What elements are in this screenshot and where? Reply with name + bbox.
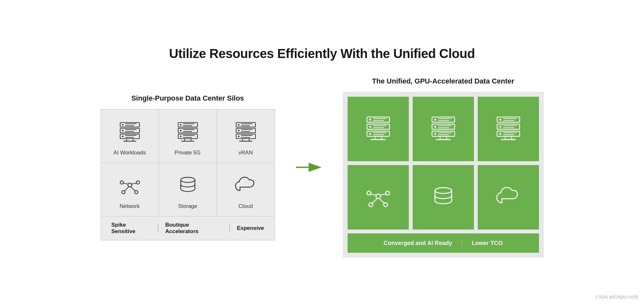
unified-cell-server-3 (478, 97, 539, 161)
silo-cell-vran: vRAN (217, 109, 275, 163)
unified-footer-tco: Lower TCO (462, 240, 512, 247)
left-title: Single-Purpose Data Center Silos (131, 94, 244, 103)
unified-cell-network (348, 165, 409, 230)
watermark: CSDN @扫地的小何尚 (596, 294, 638, 300)
right-title: The Unified, GPU-Accelerated Data Center (372, 77, 514, 85)
unified-cell-cloud (478, 165, 539, 230)
diagram-container: Single-Purpose Data Center Silos AI Work… (26, 77, 618, 258)
silo-cell-private5g: Private 5G (159, 109, 217, 163)
silo-label-cloud: Cloud (238, 203, 253, 210)
silo-label-storage: Storage (178, 203, 197, 210)
silo-cell-cloud: Cloud (217, 163, 275, 216)
unified-cell-server-1 (348, 97, 409, 161)
silo-label-network: Network (120, 203, 139, 210)
page-title: Utilize Resources Efficiently With the U… (169, 46, 475, 61)
unified-cell-database (413, 165, 474, 230)
silo-grid: AI Workloads Private 5G vRAN Network Sto… (101, 109, 275, 240)
unified-footer: Converged and AI Ready Lower TCO (348, 233, 539, 253)
silo-label-ai: AI Workloads (113, 150, 146, 156)
silo-cell-ai-workloads: AI Workloads (101, 109, 159, 163)
arrow-container (294, 161, 323, 174)
silo-label-vran: vRAN (238, 150, 253, 156)
footer-item-boutique: Boutique Accelerators (158, 222, 229, 235)
unified-wrapper: Converged and AI Ready Lower TCO (343, 92, 544, 258)
silo-cell-storage: Storage (159, 163, 217, 216)
unified-top-grid (348, 97, 539, 230)
silo-footer: Spike Sensitive Boutique Accelerators Ex… (101, 216, 275, 240)
footer-item-expensive: Expensive (230, 225, 271, 231)
left-side: Single-Purpose Data Center Silos AI Work… (101, 94, 275, 240)
footer-item-spike: Spike Sensitive (104, 222, 158, 235)
unified-footer-converged: Converged and AI Ready (374, 240, 462, 247)
arrow-icon (294, 161, 323, 174)
unified-cell-server-2 (413, 97, 474, 161)
right-side: The Unified, GPU-Accelerated Data Center (343, 77, 544, 258)
silo-label-5g: Private 5G (175, 150, 200, 156)
silo-cell-network: Network (101, 163, 159, 216)
